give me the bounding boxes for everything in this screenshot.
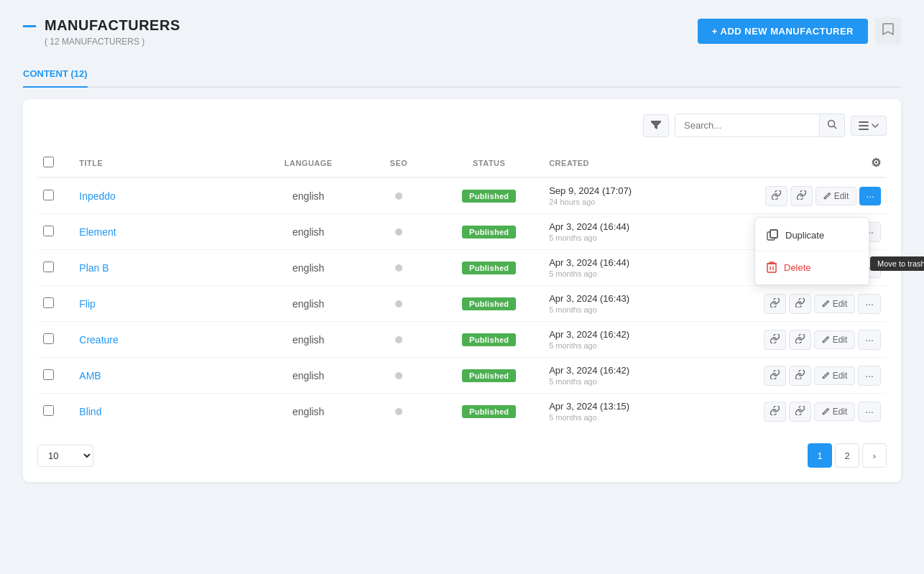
search-input[interactable] (675, 115, 819, 136)
row-seo-7 (363, 394, 435, 430)
row-title-6: AMB (73, 358, 254, 394)
row-created-ago-4: 5 months ago (549, 305, 718, 314)
row-title-link-3[interactable]: Plan B (79, 262, 108, 274)
select-all-checkbox[interactable] (43, 157, 54, 167)
row-created-ago-1: 24 hours ago (549, 198, 718, 206)
row-title-link-4[interactable]: Flip (79, 298, 96, 310)
row-link1-button-4[interactable] (764, 294, 786, 314)
row-link1-button-5[interactable] (764, 330, 786, 350)
row-title-1: Inpeddo (73, 177, 254, 214)
row-checkbox-3[interactable] (43, 261, 54, 272)
row-created-1: Sep 9, 2024 (17:07) 24 hours ago (543, 177, 724, 214)
row-link1-button-6[interactable] (764, 366, 786, 386)
bookmark-icon (882, 23, 894, 36)
row-more-button-7[interactable]: ··· (858, 402, 881, 422)
row-title-4: Flip (73, 286, 254, 322)
pagination-row: 10 25 50 100 1 2 › (37, 443, 887, 468)
row-created-date-1: Sep 9, 2024 (17:07) (549, 185, 718, 196)
row-link2-button-5[interactable] (789, 330, 811, 350)
row-link2-button-4[interactable] (789, 294, 811, 314)
view-options-button[interactable] (851, 116, 887, 136)
row-title-link-6[interactable]: AMB (79, 370, 101, 381)
page-2-button[interactable]: 2 (835, 443, 859, 468)
tabs-bar: CONTENT (12) (23, 61, 901, 88)
row-checkbox-7[interactable] (43, 405, 54, 416)
table-row: Blind english Published Apr 3, 2024 (13:… (37, 394, 887, 430)
row-edit-button-1[interactable]: Edit (816, 187, 857, 205)
seo-dot-1 (395, 193, 402, 200)
per-page-select[interactable]: 10 25 50 100 (37, 445, 93, 467)
status-badge-6: Published (462, 369, 516, 382)
row-more-button-5[interactable]: ··· (858, 330, 881, 350)
header-actions: + ADD NEW MANUFACTURER (698, 17, 901, 45)
add-manufacturer-button[interactable]: + ADD NEW MANUFACTURER (698, 19, 868, 44)
row-checkbox-6[interactable] (43, 369, 54, 380)
row-edit-button-6[interactable]: Edit (814, 366, 856, 385)
page-header: MANUFACTURERS ( 12 MANUFACTURERS ) + ADD… (23, 17, 901, 47)
content-card: TITLE LANGUAGE SEO STATUS CREATED ⚙ Inpe… (23, 99, 901, 482)
row-link2-button-1[interactable] (790, 186, 813, 206)
duplicate-option[interactable]: Duplicate (755, 222, 869, 248)
row-actions-6: Edit ··· (724, 358, 887, 394)
row-status-5: Published (435, 322, 543, 358)
row-actions-group-4: Edit ··· (730, 294, 881, 314)
svg-rect-8 (767, 264, 776, 272)
row-title-link-7[interactable]: Blind (79, 406, 101, 417)
bookmark-button[interactable] (875, 17, 901, 45)
status-badge-1: Published (462, 190, 516, 203)
table-row: Flip english Published Apr 3, 2024 (16:4… (37, 286, 887, 322)
page-1-button[interactable]: 1 (808, 443, 832, 468)
svg-rect-3 (859, 125, 869, 126)
trash-icon (767, 261, 777, 273)
row-seo-5 (363, 322, 435, 358)
row-link1-button-1[interactable] (765, 186, 787, 206)
status-badge-7: Published (462, 405, 516, 418)
row-status-7: Published (435, 394, 543, 430)
row-edit-button-4[interactable]: Edit (814, 295, 856, 313)
svg-line-1 (834, 126, 837, 129)
row-more-button-4[interactable]: ··· (858, 294, 881, 314)
search-button[interactable] (819, 114, 844, 136)
row-link1-button-7[interactable] (764, 402, 786, 422)
col-header-language: LANGUAGE (254, 149, 363, 177)
link2-icon (795, 298, 805, 307)
link2-icon (795, 370, 805, 379)
list-icon (859, 121, 869, 130)
row-more-button-6[interactable]: ··· (858, 366, 881, 386)
table-row: Creature english Published Apr 3, 2024 (… (37, 322, 887, 358)
row-checkbox-1[interactable] (43, 190, 54, 200)
row-checkbox-4[interactable] (43, 297, 54, 308)
delete-label: Delete (784, 262, 811, 273)
seo-dot-5 (395, 336, 402, 343)
svg-rect-4 (859, 129, 869, 130)
page-next-button[interactable]: › (862, 443, 887, 468)
row-checkbox-5[interactable] (43, 333, 54, 344)
row-checkbox-2[interactable] (43, 226, 54, 236)
link-icon (770, 406, 780, 415)
row-actions-group-6: Edit ··· (730, 366, 881, 386)
row-title-link-1[interactable]: Inpeddo (79, 190, 116, 202)
row-link2-button-7[interactable] (789, 402, 811, 422)
row-more-button-1[interactable]: ··· (859, 187, 881, 205)
row-language-5: english (254, 322, 363, 358)
row-language-2: english (254, 214, 363, 250)
filter-button[interactable] (643, 114, 669, 137)
row-edit-button-7[interactable]: Edit (814, 402, 856, 421)
row-edit-button-5[interactable]: Edit (814, 330, 856, 349)
row-title-link-5[interactable]: Creature (79, 334, 118, 346)
row-title-5: Creature (73, 322, 254, 358)
row-actions-5: Edit ··· (724, 322, 887, 358)
delete-option[interactable]: Delete (755, 254, 869, 280)
tab-content[interactable]: CONTENT (12) (23, 61, 88, 88)
move-to-trash-tooltip: Move to trash (870, 256, 924, 271)
row-title-link-2[interactable]: Element (79, 226, 116, 238)
pencil-icon (823, 192, 831, 200)
status-badge-2: Published (462, 226, 516, 239)
row-title-2: Element (73, 214, 254, 250)
seo-dot-7 (395, 408, 402, 415)
row-created-5: Apr 3, 2024 (16:42) 5 months ago (543, 322, 724, 358)
gear-icon[interactable]: ⚙ (871, 157, 882, 169)
row-title-3: Plan B (73, 250, 254, 286)
row-link2-button-6[interactable] (789, 366, 811, 386)
link2-icon (795, 406, 805, 415)
